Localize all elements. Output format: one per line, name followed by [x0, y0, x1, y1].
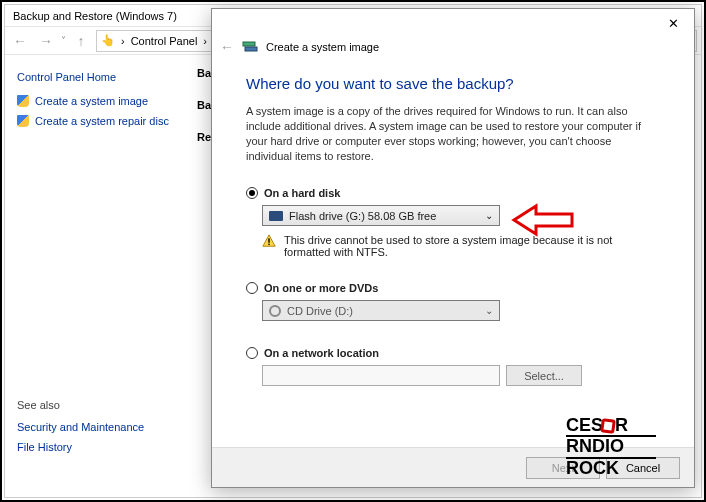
shield-icon — [17, 95, 29, 107]
radio-selected-icon[interactable] — [246, 187, 258, 199]
cd-icon — [269, 305, 281, 317]
dialog-question: Where do you want to save the backup? — [246, 75, 660, 92]
sidebar-home-link[interactable]: Control Panel Home — [17, 71, 173, 83]
next-button[interactable]: Next — [526, 457, 600, 479]
window-title: Backup and Restore (Windows 7) — [13, 10, 177, 22]
sidebar-link-label: Create a system repair disc — [35, 115, 169, 127]
network-path-input[interactable] — [262, 365, 500, 386]
seealso-link-security[interactable]: Security and Maintenance — [17, 421, 173, 433]
dialog-titlebar: ✕ — [212, 9, 694, 37]
dialog-title: Create a system image — [266, 41, 379, 53]
warning-row: This drive cannot be used to store a sys… — [262, 234, 660, 258]
chevron-down-icon: ⌄ — [485, 305, 493, 316]
dvd-select-dropdown[interactable]: CD Drive (D:) ⌄ — [262, 300, 500, 321]
svg-rect-3 — [268, 239, 269, 243]
sidebar-link-create-image[interactable]: Create a system image — [17, 95, 173, 107]
sidebar-link-label: Create a system image — [35, 95, 148, 107]
disk-select-value: Flash drive (G:) 58.08 GB free — [289, 210, 436, 222]
radio-icon[interactable] — [246, 282, 258, 294]
sidebar: Control Panel Home Create a system image… — [5, 55, 185, 497]
dialog-description: A system image is a copy of the drives r… — [246, 104, 660, 163]
dialog-back-icon[interactable]: ← — [220, 39, 234, 55]
option-label: On a network location — [264, 347, 379, 359]
system-image-dialog: ✕ ← Create a system image Where do you w… — [211, 8, 695, 488]
breadcrumb-sep: › — [121, 35, 125, 47]
option-dvd[interactable]: On one or more DVDs — [246, 282, 660, 294]
nav-back-button[interactable]: ← — [9, 30, 31, 52]
nav-fwd-button[interactable]: → — [35, 30, 57, 52]
svg-rect-0 — [243, 42, 255, 46]
cancel-button[interactable]: Cancel — [606, 457, 680, 479]
radio-icon[interactable] — [246, 347, 258, 359]
option-label: On one or more DVDs — [264, 282, 378, 294]
svg-rect-4 — [268, 244, 269, 245]
option-network[interactable]: On a network location — [246, 347, 660, 359]
drive-icon — [269, 211, 283, 221]
control-panel-icon: 👆 — [101, 34, 115, 47]
dialog-footer: Next Cancel — [212, 447, 694, 487]
breadcrumb-sep: › — [203, 35, 207, 47]
warning-icon — [262, 234, 276, 248]
shield-icon — [17, 115, 29, 127]
chevron-down-icon: ⌄ — [485, 210, 493, 221]
disk-select-dropdown[interactable]: Flash drive (G:) 58.08 GB free ⌄ — [262, 205, 500, 226]
close-button[interactable]: ✕ — [658, 12, 688, 34]
option-label: On a hard disk — [264, 187, 340, 199]
option-hard-disk[interactable]: On a hard disk — [246, 187, 660, 199]
warning-text: This drive cannot be used to store a sys… — [284, 234, 660, 258]
select-button[interactable]: Select... — [506, 365, 582, 386]
svg-rect-1 — [245, 47, 257, 51]
nav-up-button[interactable]: ↑ — [70, 30, 92, 52]
dialog-header: ← Create a system image — [212, 37, 694, 65]
drive-stack-icon — [242, 39, 258, 55]
breadcrumb-item[interactable]: Control Panel — [131, 35, 198, 47]
seealso-heading: See also — [17, 399, 173, 411]
nav-dropdown-icon[interactable]: ˅ — [61, 35, 66, 46]
sidebar-link-repair-disc[interactable]: Create a system repair disc — [17, 115, 173, 127]
seealso-link-filehistory[interactable]: File History — [17, 441, 173, 453]
dvd-select-value: CD Drive (D:) — [287, 305, 353, 317]
